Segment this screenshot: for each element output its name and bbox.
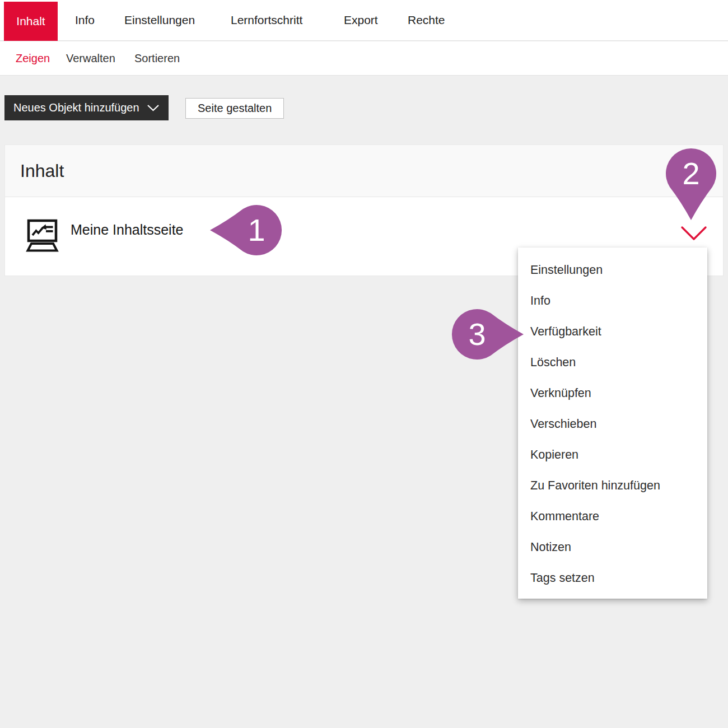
chevron-down-icon (147, 104, 160, 112)
add-object-button-label: Neues Objekt hinzufügen (13, 101, 139, 114)
panel-title: Inhalt (20, 161, 64, 181)
subtab-bar: Zeigen Verwalten Sortieren (0, 41, 728, 76)
menu-item-verknuepfen[interactable]: Verknüpfen (518, 378, 707, 409)
tab-inhalt[interactable]: Inhalt (4, 2, 58, 41)
tab-info[interactable]: Info (75, 0, 95, 40)
menu-item-verfuegbarkeit[interactable]: Verfügbarkeit (518, 316, 707, 347)
menu-item-loeschen[interactable]: Löschen (518, 347, 707, 378)
subtab-zeigen[interactable]: Zeigen (16, 41, 50, 75)
content-panel-header: Inhalt (5, 145, 723, 197)
item-actions-dropdown: Einstellungen Info Verfügbarkeit Löschen… (518, 248, 707, 599)
marker-number: 3 (449, 306, 505, 362)
tab-einstellungen[interactable]: Einstellungen (124, 0, 195, 40)
menu-item-info[interactable]: Info (518, 286, 707, 316)
add-object-button[interactable]: Neues Objekt hinzufügen (4, 95, 169, 120)
tutorial-marker-3: 3 (449, 306, 505, 381)
tab-lernfortschritt[interactable]: Lernfortschritt (231, 0, 302, 40)
marker-pin-right-icon (449, 306, 524, 362)
chevron-down-icon (680, 225, 707, 242)
item-link-meine-inhaltsseite[interactable]: Meine Inhaltsseite (71, 222, 184, 238)
page-design-button[interactable]: Seite gestalten (185, 98, 284, 119)
menu-item-zu-favoriten-hinzufuegen[interactable]: Zu Favoriten hinzufügen (518, 470, 707, 501)
menu-item-kommentare[interactable]: Kommentare (518, 501, 707, 532)
tab-bar: Inhalt Info Einstellungen Lernfortschrit… (0, 0, 728, 41)
content-page-icon (24, 218, 60, 254)
menu-item-notizen[interactable]: Notizen (518, 532, 707, 563)
tab-export[interactable]: Export (344, 0, 378, 40)
menu-item-tags-setzen[interactable]: Tags setzen (518, 563, 707, 594)
item-actions-toggle[interactable] (680, 224, 708, 243)
tab-rechte[interactable]: Rechte (408, 0, 445, 40)
menu-item-kopieren[interactable]: Kopieren (518, 440, 707, 470)
page-design-button-label: Seite gestalten (198, 102, 272, 115)
subtab-verwalten[interactable]: Verwalten (66, 41, 115, 75)
subtab-sortieren[interactable]: Sortieren (134, 41, 180, 75)
menu-item-verschieben[interactable]: Verschieben (518, 409, 707, 440)
menu-item-einstellungen[interactable]: Einstellungen (518, 255, 707, 286)
